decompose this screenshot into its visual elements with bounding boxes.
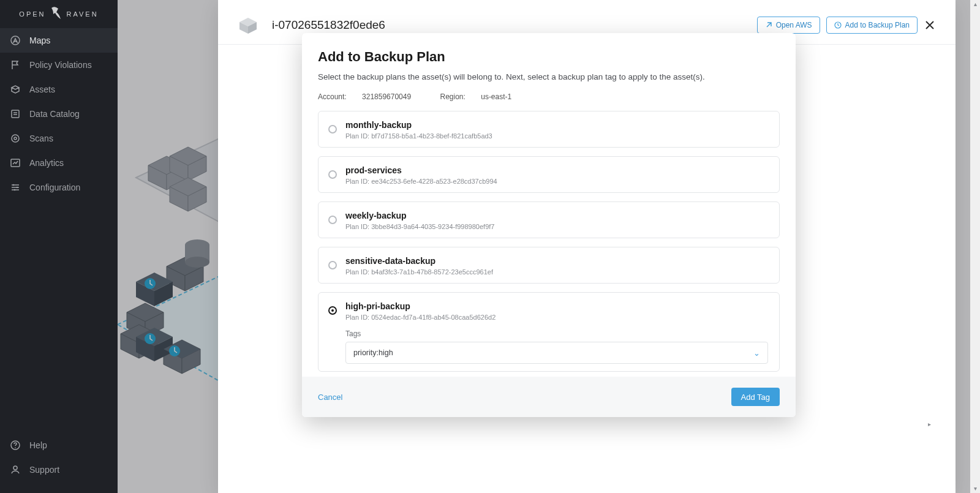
plan-name: prod-services [345, 165, 768, 175]
sidebar-item-label: Assets [29, 85, 55, 94]
brand-right: RAVEN [67, 10, 99, 18]
tag-value: priority:high [353, 348, 393, 357]
svg-point-6 [17, 187, 18, 189]
plan-name: high-pri-backup [345, 301, 768, 311]
modal-backdrop: Add to Backup Plan Select the backup pla… [118, 0, 980, 493]
sidebar-item-scans[interactable]: Scans [0, 126, 118, 151]
modal-meta: Account: 321859670049 Region: us-east-1 [318, 92, 780, 101]
help-icon [10, 440, 21, 451]
svg-point-2 [12, 135, 19, 142]
radio-icon [328, 170, 337, 179]
support-icon [10, 464, 21, 475]
plan-option-monthly-backup[interactable]: monthly-backupPlan ID: bf7d7158-b5a1-4b2… [318, 111, 780, 148]
account-value: 321859670049 [362, 92, 411, 101]
svg-point-3 [14, 137, 17, 140]
target-icon [10, 133, 21, 144]
region-value: us-east-1 [481, 92, 511, 101]
chart-icon [10, 157, 21, 168]
tags-select[interactable]: priority:high⌄ [345, 342, 768, 364]
plan-list: monthly-backupPlan ID: bf7d7158-b5a1-4b2… [318, 111, 780, 372]
sidebar-item-label: Maps [29, 36, 50, 45]
window-scrollbar[interactable]: ▴ ▾ [970, 0, 980, 493]
plan-id: Plan ID: bf7d7158-b5a1-4b23-8bef-f821caf… [345, 132, 768, 140]
account-label: Account: [318, 92, 347, 101]
sidebar-item-configuration[interactable]: Configuration [0, 175, 118, 200]
compass-icon [10, 35, 21, 46]
plan-id: Plan ID: ee34c253-6efe-4228-a523-e28cd37… [345, 178, 768, 185]
sidebar-item-analytics[interactable]: Analytics [0, 151, 118, 175]
plan-id: Plan ID: 3bbe84d3-9a64-4035-9234-f998980… [345, 223, 768, 230]
scroll-down-icon[interactable]: ▾ [972, 486, 978, 492]
region-label: Region: [440, 92, 465, 101]
add-to-backup-modal: Add to Backup Plan Select the backup pla… [302, 33, 796, 417]
brand-left: OPEN [19, 10, 45, 18]
sidebar-item-label: Configuration [29, 183, 80, 192]
plan-name: sensitive-data-backup [345, 256, 768, 266]
catalog-icon [10, 108, 21, 119]
sidebar-item-label: Support [29, 465, 59, 475]
plan-option-prod-services[interactable]: prod-servicesPlan ID: ee34c253-6efe-4228… [318, 156, 780, 193]
svg-point-9 [15, 447, 16, 448]
sidebar-item-policy-violations[interactable]: Policy Violations [0, 53, 118, 77]
modal-description: Select the backup plans the asset(s) wil… [318, 72, 780, 81]
sidebar-item-label: Analytics [29, 158, 64, 168]
plan-name: monthly-backup [345, 120, 768, 130]
sidebar: OPEN RAVEN MapsPolicy ViolationsAssetsDa… [0, 0, 118, 493]
modal-footer: Cancel Add Tag [302, 377, 796, 417]
svg-point-5 [13, 184, 15, 186]
chevron-down-icon: ⌄ [753, 348, 760, 358]
sidebar-item-label: Help [29, 440, 47, 450]
modal-title: Add to Backup Plan [318, 49, 780, 65]
plan-option-sensitive-data-backup[interactable]: sensitive-data-backupPlan ID: b4af3fc3-7… [318, 247, 780, 284]
plan-name: weekly-backup [345, 211, 768, 220]
radio-icon [328, 261, 337, 269]
sidebar-item-label: Scans [29, 134, 53, 143]
sidebar-item-data-catalog[interactable]: Data Catalog [0, 102, 118, 126]
add-tag-button[interactable]: Add Tag [731, 388, 780, 406]
cancel-button[interactable]: Cancel [318, 393, 342, 402]
sliders-icon [10, 182, 21, 193]
scroll-up-icon[interactable]: ▴ [972, 1, 978, 7]
plan-option-high-pri-backup[interactable]: high-pri-backupPlan ID: 0524edac-fd7a-41… [318, 292, 780, 372]
svg-point-7 [14, 189, 16, 191]
svg-point-0 [11, 36, 20, 45]
flag-icon [10, 59, 21, 70]
raven-icon [50, 6, 63, 23]
plan-id: Plan ID: 0524edac-fd7a-41f8-ab45-08caa5d… [345, 314, 768, 321]
radio-icon [328, 216, 337, 224]
sidebar-item-label: Policy Violations [29, 60, 92, 70]
svg-point-10 [13, 466, 17, 470]
sidebar-item-label: Data Catalog [29, 109, 80, 119]
svg-rect-1 [12, 110, 19, 118]
sidebar-item-maps[interactable]: Maps [0, 28, 118, 53]
plan-option-weekly-backup[interactable]: weekly-backupPlan ID: 3bbe84d3-9a64-4035… [318, 201, 780, 238]
radio-icon [328, 125, 337, 134]
brand-logo: OPEN RAVEN [0, 0, 118, 28]
sidebar-item-assets[interactable]: Assets [0, 77, 118, 102]
sidebar-item-support[interactable]: Support [0, 457, 118, 482]
cubes-icon [10, 84, 21, 95]
tags-label: Tags [345, 329, 768, 338]
radio-icon [328, 306, 337, 315]
sidebar-item-help[interactable]: Help [0, 433, 118, 457]
plan-id: Plan ID: b4af3fc3-7a1b-47b8-8572-23e5ccc… [345, 268, 768, 276]
